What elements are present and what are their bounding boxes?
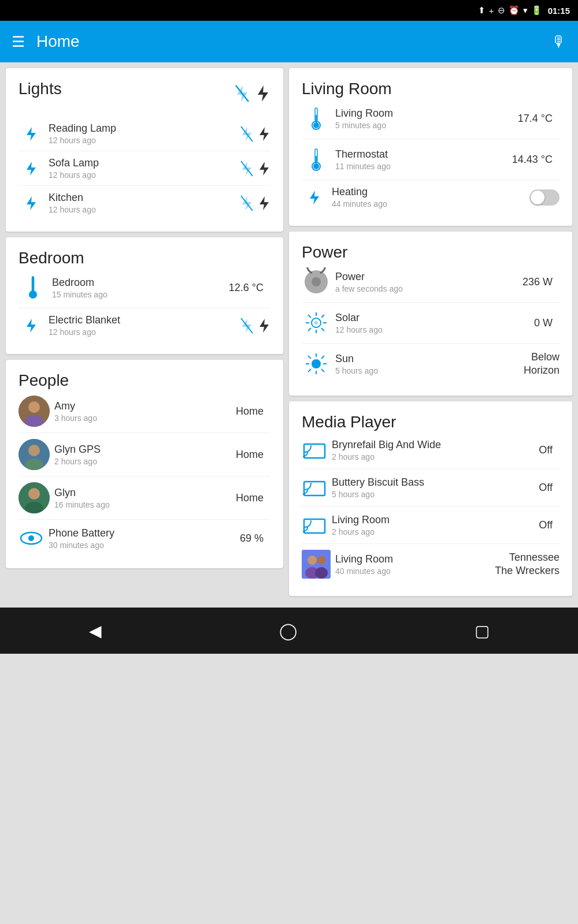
brynrefail-time: 2 hours ago [332,452,539,461]
lights-off-icon[interactable] [235,84,250,103]
list-item: Electric Blanket 12 hours ago [18,308,271,342]
amy-name: Amy [54,400,236,412]
phone-battery-value: 69 % [240,532,264,545]
app-bar-left: ☰ Home [12,32,80,51]
power-sensor-icon [302,267,331,296]
kitchen-controls[interactable] [240,195,271,211]
sofa-lamp-info: Sofa Lamp 12 hours ago [44,157,240,180]
living-room-cast-value: Off [539,519,553,531]
svg-marker-11 [27,196,36,210]
avatar-amy [18,396,50,427]
svg-marker-14 [260,196,269,210]
sofa-lamp-on-icon[interactable] [258,161,271,177]
living-room-device-name: Living Room [335,107,518,120]
reading-lamp-name: Reading Lamp [49,122,240,135]
phone-battery-info: Phone Battery 30 minutes ago [44,527,240,550]
glyn-gps-name: Glyn GPS [54,444,236,456]
reading-lamp-time: 12 hours ago [49,136,240,145]
power-device-name: Power [335,271,523,283]
svg-marker-22 [260,319,269,333]
living-room-cast-info: Living Room 2 hours ago [327,514,539,536]
list-item: Glyn GPS 2 hours ago Home [18,433,271,476]
living-room-device-value: 17.4 °C [518,113,553,125]
power-title: Power [302,243,347,261]
list-item: Thermostat 11 minutes ago 14.43 °C [302,139,560,180]
buttery-time: 5 hours ago [332,490,539,499]
svg-marker-2 [258,85,268,102]
kitchen-info: Kitchen 12 hours ago [44,192,240,214]
svg-point-33 [28,535,34,541]
list-item: Brynrefail Big And Wide 2 hours ago Off [302,431,560,469]
app-bar: ☰ Home 🎙 [0,21,578,62]
living-room-cast-name: Living Room [332,514,539,526]
list-item: Power a few seconds ago 236 W [302,262,560,303]
bedroom-temp-value: 12.6 °C [229,282,264,294]
buttery-name: Buttery Biscuit Bass [332,476,539,489]
thermostat-time: 11 minutes ago [335,162,512,171]
bedroom-title: Bedroom [18,249,84,267]
living-room-card: Living Room Living Room 5 minutes ago 17… [289,68,572,226]
list-item: Sofa Lamp 12 hours ago [18,151,271,186]
album-name: Living Room [335,553,495,565]
lights-on-icon[interactable] [255,84,271,103]
mic-button[interactable]: 🎙 [551,33,566,51]
heating-name: Heating [332,186,529,198]
power-card: Power Power a few seconds ago 236 W [289,232,572,396]
living-room-cast-icon [302,512,327,538]
svg-point-37 [313,122,319,128]
living-room-cast-time: 2 hours ago [332,527,539,536]
album-info: Living Room 40 minutes ago [331,553,495,576]
bluetooth-icon: + [489,6,494,16]
reading-lamp-on-icon[interactable] [258,126,271,142]
svg-point-30 [28,488,40,500]
power-device-value: 236 W [523,276,553,288]
svg-point-73 [317,556,325,564]
svg-point-44 [312,277,321,286]
list-item: Sun 5 hours ago BelowHorizon [302,344,560,384]
recents-button[interactable]: ▢ [475,621,490,640]
sofa-lamp-off-icon[interactable] [240,161,253,177]
reading-lamp-off-icon[interactable] [240,126,253,142]
people-title: People [18,371,69,389]
solar-info: Solar 12 hours ago [331,312,534,334]
kitchen-on-icon[interactable] [258,195,271,211]
svg-marker-42 [310,191,319,204]
svg-rect-66 [304,482,325,495]
clock: 01:15 [548,6,570,16]
svg-line-50 [308,315,311,318]
kitchen-off-icon[interactable] [240,195,253,211]
electric-blanket-off-icon[interactable] [240,318,253,334]
glyn-name: Glyn [54,487,236,499]
thermostat-name: Thermostat [335,148,512,161]
brynrefail-info: Brynrefail Big And Wide 2 hours ago [327,439,539,461]
living-room-temp-icon [302,104,331,133]
menu-button[interactable]: ☰ [12,33,25,51]
album-time: 40 minutes ago [335,567,495,576]
electric-blanket-on-icon[interactable] [258,318,271,334]
right-column: Living Room Living Room 5 minutes ago 17… [289,68,572,596]
album-value: TennesseeThe Wreckers [495,551,560,578]
back-button[interactable]: ◀ [89,621,102,640]
kitchen-time: 12 hours ago [49,205,240,214]
home-button[interactable]: ◯ [279,621,297,640]
reading-lamp-controls[interactable] [240,126,271,142]
svg-rect-64 [304,444,325,458]
wifi-icon: ▾ [523,5,528,16]
app-title: Home [36,32,80,51]
sofa-lamp-controls[interactable] [240,161,271,177]
power-device-time: a few seconds ago [335,284,523,293]
bedroom-temp-name: Bedroom [52,277,229,289]
buttery-cast-icon [302,475,327,500]
heating-toggle[interactable] [529,189,560,206]
list-item: Glyn 16 minutes ago Home [18,476,271,520]
svg-point-24 [28,401,40,413]
svg-marker-7 [27,162,36,176]
svg-point-69 [303,531,305,533]
living-room-title: Living Room [302,80,392,98]
glyn-status: Home [236,492,264,504]
sofa-lamp-icon [18,161,44,177]
living-room-device-info: Living Room 5 minutes ago [331,107,518,130]
heating-toggle-knob [531,191,544,204]
electric-blanket-controls[interactable] [240,318,271,334]
sofa-lamp-time: 12 hours ago [49,170,240,180]
